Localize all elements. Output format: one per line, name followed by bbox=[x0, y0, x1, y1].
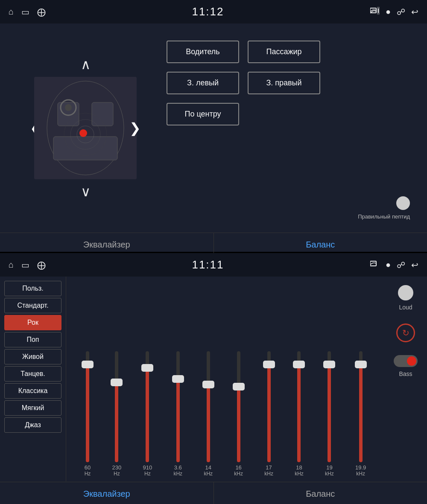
bottom-screen-icon[interactable]: ▭ bbox=[21, 260, 29, 270]
slider-track-2[interactable] bbox=[146, 351, 149, 462]
preset-dance[interactable]: Танцев. bbox=[4, 366, 61, 382]
center-button[interactable]: По центру bbox=[167, 103, 239, 125]
slider-track-3[interactable] bbox=[176, 351, 180, 462]
slider-unit-label-5: kHz bbox=[234, 471, 243, 477]
rear-right-button[interactable]: З. правый bbox=[248, 72, 320, 94]
slider-freq-label-8: 19 bbox=[326, 464, 332, 471]
preset-jazz[interactable]: Джаз bbox=[4, 417, 61, 433]
back-icon[interactable]: ↩ bbox=[411, 7, 418, 17]
status-bar-left-icons: ⌂ ▭ ⨁ bbox=[9, 7, 46, 17]
bass-label: Bass bbox=[399, 370, 412, 377]
preset-pop[interactable]: Поп bbox=[4, 332, 61, 347]
slider-freq-label-0: 60 bbox=[85, 464, 91, 471]
preset-classic[interactable]: Классика bbox=[4, 383, 61, 399]
location-icon[interactable]: ● bbox=[386, 7, 391, 17]
preset-rock[interactable]: Рок bbox=[4, 315, 61, 330]
svg-rect-13 bbox=[370, 261, 376, 266]
screen-icon[interactable]: ▭ bbox=[21, 7, 29, 17]
bass-switch[interactable] bbox=[394, 355, 418, 367]
bottom-status-right: ● ☍ ↩ bbox=[370, 260, 418, 270]
slider-track-7[interactable] bbox=[297, 351, 301, 462]
slider-fill-5 bbox=[237, 387, 240, 462]
seat-row-1: Водитель Пассажир bbox=[167, 41, 410, 63]
preset-live[interactable]: Живой bbox=[4, 349, 61, 364]
slider-thumb-8[interactable] bbox=[323, 361, 335, 368]
slider-fill-3 bbox=[176, 379, 180, 462]
svg-rect-2 bbox=[378, 9, 379, 13]
bottom-usb-icon[interactable]: ⨁ bbox=[37, 260, 46, 270]
top-panel: ⌂ ▭ ⨁ 11:12 ● ☍ ↩ ∧ ❮ bbox=[0, 0, 427, 252]
slider-freq-label-7: 18 bbox=[296, 464, 302, 471]
slider-unit-label-0: Hz bbox=[85, 471, 91, 477]
usb-icon[interactable]: ⨁ bbox=[37, 7, 46, 17]
balance-section: ∧ ❮ bbox=[0, 23, 427, 233]
slider-track-8[interactable] bbox=[328, 351, 331, 462]
nav-up-arrow[interactable]: ∧ bbox=[76, 52, 95, 77]
slider-thumb-0[interactable] bbox=[82, 361, 94, 368]
cast-icon[interactable] bbox=[370, 7, 380, 17]
bottom-bluetooth-icon[interactable]: ☍ bbox=[397, 260, 405, 270]
slider-thumb-5[interactable] bbox=[233, 383, 245, 390]
preset-soft[interactable]: Мягкий bbox=[4, 400, 61, 416]
driver-button[interactable]: Водитель bbox=[167, 41, 239, 63]
bottom-status-bar: ⌂ ▭ ⨁ 11:11 ● ☍ ↩ bbox=[0, 253, 427, 277]
slider-col-7: 18 kHz bbox=[295, 349, 304, 477]
tab-balance-top[interactable]: Баланс bbox=[214, 233, 427, 256]
slider-track-5[interactable] bbox=[237, 351, 240, 462]
loud-label: Loud bbox=[399, 304, 412, 311]
slider-thumb-9[interactable] bbox=[355, 361, 367, 368]
preset-user[interactable]: Польз. bbox=[4, 281, 61, 296]
tab-balance-bottom[interactable]: Баланс bbox=[214, 482, 427, 504]
slider-unit-label-3: kHz bbox=[173, 471, 182, 477]
bluetooth-icon[interactable]: ☍ bbox=[397, 7, 405, 17]
top-tabs-bar: Эквалайзер Баланс bbox=[0, 233, 427, 256]
slider-col-9: 19.9 kHz bbox=[355, 349, 366, 477]
bottom-home-icon[interactable]: ⌂ bbox=[9, 260, 14, 270]
slider-track-4[interactable] bbox=[207, 351, 210, 462]
slider-freq-label-4: 14 bbox=[205, 464, 211, 471]
slider-fill-1 bbox=[115, 382, 118, 462]
tab-equalizer-top[interactable]: Эквалайзер bbox=[0, 233, 214, 256]
slider-unit-label-4: kHz bbox=[204, 471, 213, 477]
nav-right-arrow[interactable]: ❯ bbox=[129, 120, 141, 136]
loud-toggle-circle[interactable] bbox=[398, 285, 413, 300]
slider-freq-label-3: 3.6 bbox=[174, 464, 182, 471]
seat-row-2: З. левый З. правый bbox=[167, 72, 410, 94]
seat-image[interactable] bbox=[34, 77, 137, 179]
bass-switch-thumb bbox=[407, 356, 416, 366]
slider-track-0[interactable] bbox=[86, 351, 89, 462]
slider-unit-label-9: kHz bbox=[356, 471, 365, 477]
tab-equalizer-bottom[interactable]: Эквалайзер bbox=[0, 482, 214, 504]
slider-fill-2 bbox=[146, 368, 149, 462]
seat-row-3: По центру bbox=[167, 103, 410, 125]
slider-thumb-3[interactable] bbox=[172, 375, 184, 383]
slider-thumb-1[interactable] bbox=[111, 379, 123, 386]
slider-thumb-4[interactable] bbox=[202, 381, 214, 388]
slider-track-1[interactable] bbox=[115, 351, 118, 462]
slider-col-1: 230 Hz bbox=[112, 349, 122, 477]
slider-thumb-6[interactable] bbox=[263, 361, 275, 368]
slider-thumb-7[interactable] bbox=[293, 361, 305, 368]
eq-right-controls: Loud ↻ Bass bbox=[384, 277, 427, 481]
slider-unit-label-2: Hz bbox=[144, 471, 151, 477]
top-time-display: 11:12 bbox=[192, 5, 224, 18]
slider-track-6[interactable] bbox=[267, 351, 271, 462]
bottom-back-icon[interactable]: ↩ bbox=[411, 260, 418, 270]
rear-left-button[interactable]: З. левый bbox=[167, 72, 239, 94]
slider-col-2: 910 Hz bbox=[143, 349, 152, 477]
home-icon[interactable]: ⌂ bbox=[9, 7, 14, 17]
nav-down-arrow[interactable]: ∨ bbox=[76, 179, 95, 204]
slider-fill-6 bbox=[267, 364, 271, 462]
preset-list: Польз. Стандарт. Рок Поп Живой Танцев. К… bbox=[0, 277, 66, 481]
bottom-cast-icon[interactable] bbox=[370, 260, 380, 270]
seat-controls: Водитель Пассажир З. левый З. правый По … bbox=[167, 32, 410, 224]
slider-thumb-2[interactable] bbox=[141, 364, 153, 372]
slider-col-6: 17 kHz bbox=[264, 349, 273, 477]
bottom-location-icon[interactable]: ● bbox=[386, 260, 391, 270]
preset-standard[interactable]: Стандарт. bbox=[4, 298, 61, 313]
passenger-button[interactable]: Пассажир bbox=[248, 41, 320, 63]
slider-track-9[interactable] bbox=[359, 351, 363, 462]
slider-fill-0 bbox=[86, 364, 89, 462]
reset-button[interactable]: ↻ bbox=[396, 323, 415, 342]
balance-toggle-circle[interactable] bbox=[396, 196, 410, 210]
